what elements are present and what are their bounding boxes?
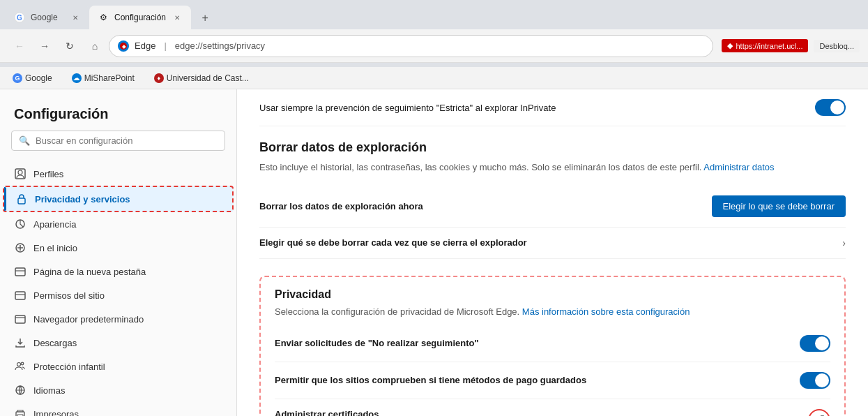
config-favicon: ⚙ xyxy=(98,12,109,23)
borrar-cerrar-row[interactable]: Elegir qué se debe borrar cada vez que s… xyxy=(259,228,846,259)
sidebar-item-proteccion[interactable]: Protección infantil xyxy=(0,355,236,378)
borrar-btn[interactable]: Elegir lo que se debe borrar xyxy=(712,195,846,217)
active-indicator xyxy=(4,187,6,211)
bookmark-google-label: Google xyxy=(25,73,52,83)
tab-config-label: Configuración xyxy=(114,13,166,22)
bookmark-universidad-label: Universidad de Cast... xyxy=(167,73,249,83)
sidebar-item-impresoras[interactable]: Impresoras xyxy=(0,402,236,416)
bookmark-google-favicon: G xyxy=(13,73,22,83)
inprivate-row: Usar siempre la prevención de seguimient… xyxy=(259,89,846,126)
sidebar-item-impresoras-label: Impresoras xyxy=(33,409,79,417)
sidebar-item-apariencia-label: Apariencia xyxy=(33,219,76,230)
intranet-icon: ◆ xyxy=(727,41,733,50)
permitir-sitios-label: Permitir que los sitios comprueben si ti… xyxy=(275,375,800,385)
proteccion-icon xyxy=(14,360,26,373)
sidebar-item-inicio[interactable]: En el inicio xyxy=(0,236,236,260)
google-favicon: G xyxy=(14,12,25,23)
search-icon: 🔍 xyxy=(19,135,30,146)
sidebar-item-proteccion-label: Protección infantil xyxy=(33,362,105,372)
borrar-cerrar-chevron: › xyxy=(842,237,846,248)
svg-rect-11 xyxy=(15,268,25,276)
admin-cert-label: Administrar certificados xyxy=(275,409,468,416)
browser-chrome: G Google ✕ ⚙ Configuración ✕ + ← → ↻ ⌂ ◆… xyxy=(0,0,868,67)
sidebar-item-privacidad-label: Privacidad y servicios xyxy=(35,194,130,205)
address-bar[interactable]: ◆ Edge | edge://settings/privacy xyxy=(109,35,713,57)
nueva-pestana-icon xyxy=(14,265,26,278)
sidebar-item-inicio-label: En el inicio xyxy=(33,243,77,253)
privacidad-link[interactable]: Más información sobre esta configuración xyxy=(522,306,690,317)
desbloquear-button[interactable]: Desbloq... xyxy=(814,40,860,52)
privacidad-desc: Selecciona la configuración de privacida… xyxy=(275,306,830,317)
borrar-ahora-row: Borrar los datos de exploración ahora El… xyxy=(259,186,846,228)
impresoras-icon xyxy=(14,408,26,416)
permitir-sitios-toggle[interactable] xyxy=(800,372,830,389)
search-box[interactable]: 🔍 xyxy=(11,131,225,151)
admin-cert-row: Administrar certificados Administrar con… xyxy=(275,399,830,417)
svg-point-5 xyxy=(18,170,22,174)
svg-point-14 xyxy=(17,363,21,366)
sidebar-item-apariencia[interactable]: Apariencia xyxy=(0,212,236,236)
enviar-solicitudes-label: Enviar solicitudes de "No realizar segui… xyxy=(275,338,800,348)
tab-google-close[interactable]: ✕ xyxy=(70,12,81,23)
tab-bar: G Google ✕ ⚙ Configuración ✕ + xyxy=(0,0,868,29)
sidebar-item-perfiles[interactable]: Perfiles xyxy=(0,162,236,186)
svg-text:G: G xyxy=(17,14,22,22)
tab-google-label: Google xyxy=(31,13,58,22)
sidebar-item-idiomas-label: Idiomas xyxy=(33,385,66,396)
main-layout: Configuración 🔍 Perfiles Privacidad y se… xyxy=(0,89,868,416)
svg-rect-13 xyxy=(15,315,25,323)
tab-add-button[interactable]: + xyxy=(194,7,216,29)
bookmark-universidad-favicon: ♦ xyxy=(154,73,164,83)
borrar-ahora-label: Borrar los datos de exploración ahora xyxy=(259,201,712,211)
descargas-icon xyxy=(14,336,26,349)
forward-button[interactable]: → xyxy=(33,35,56,57)
navegador-icon xyxy=(14,313,26,325)
site-icon: ◆ xyxy=(118,40,129,52)
home-button[interactable]: ⌂ xyxy=(84,35,106,57)
sidebar-item-navegador[interactable]: Navegador predeterminado xyxy=(0,307,236,331)
search-input[interactable] xyxy=(36,135,218,146)
inprivate-toggle[interactable] xyxy=(815,99,846,116)
svg-rect-6 xyxy=(18,198,25,204)
perfiles-icon xyxy=(14,168,26,180)
borrar-cerrar-label: Elegir qué se debe borrar cada vez que s… xyxy=(259,237,842,248)
sidebar-item-descargas[interactable]: Descargas xyxy=(0,331,236,355)
privacidad-desc-text: Selecciona la configuración de privacida… xyxy=(275,306,519,317)
sidebar-item-privacidad[interactable]: Privacidad y servicios xyxy=(3,186,234,212)
borrar-desc-text: Esto incluye el historial, las contraseñ… xyxy=(259,162,701,172)
sidebar: Configuración 🔍 Perfiles Privacidad y se… xyxy=(0,89,237,416)
admin-cert-external-btn[interactable] xyxy=(808,409,830,417)
inprivate-label: Usar siempre la prevención de seguimient… xyxy=(259,103,815,113)
sidebar-item-permisos[interactable]: Permisos del sitio xyxy=(0,283,236,307)
sidebar-item-perfiles-label: Perfiles xyxy=(33,169,63,179)
bookmark-google[interactable]: G Google xyxy=(8,72,56,84)
site-name: Edge xyxy=(135,40,155,51)
tab-google[interactable]: G Google ✕ xyxy=(6,6,89,29)
reload-button[interactable]: ↻ xyxy=(59,35,81,57)
inicio-icon xyxy=(14,242,26,254)
enviar-solicitudes-toggle[interactable] xyxy=(800,335,830,352)
sidebar-item-nueva-pestana-label: Página de la nueva pestaña xyxy=(33,267,146,277)
bookmark-misharepoint[interactable]: ☁ MiSharePoint xyxy=(68,72,139,84)
borrar-section: Borrar datos de exploración Esto incluye… xyxy=(259,140,846,259)
bookmarks-bar: G Google ☁ MiSharePoint ♦ Universidad de… xyxy=(0,67,868,89)
tab-config[interactable]: ⚙ Configuración ✕ xyxy=(89,6,191,29)
sidebar-item-idiomas[interactable]: Idiomas xyxy=(0,378,236,402)
back-button[interactable]: ← xyxy=(8,35,31,57)
privacidad-title: Privacidad xyxy=(275,288,830,301)
enviar-solicitudes-row: Enviar solicitudes de "No realizar segui… xyxy=(275,325,830,362)
content-area: Usar siempre la prevención de seguimient… xyxy=(237,89,868,416)
intranet-bookmark[interactable]: ◆ https://intranet.ucl... xyxy=(722,39,808,52)
tab-config-close[interactable]: ✕ xyxy=(172,12,183,23)
sidebar-item-navegador-label: Navegador predeterminado xyxy=(33,314,144,325)
sidebar-item-nueva-pestana[interactable]: Página de la nueva pestaña xyxy=(0,260,236,283)
svg-point-15 xyxy=(21,362,24,365)
admin-datos-link[interactable]: Administrar datos xyxy=(703,162,774,172)
bookmark-universidad[interactable]: ♦ Universidad de Cast... xyxy=(150,72,253,84)
svg-rect-12 xyxy=(15,292,25,299)
apariencia-icon xyxy=(14,218,26,230)
svg-text:◆: ◆ xyxy=(121,44,126,49)
url-separator: | xyxy=(164,40,166,51)
borrar-section-title: Borrar datos de exploración xyxy=(259,140,846,155)
idiomas-icon xyxy=(14,384,26,396)
